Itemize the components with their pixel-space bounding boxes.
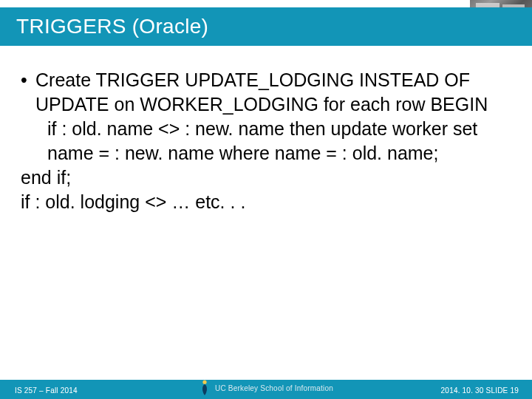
title-bar: TRIGGERS (Oracle) bbox=[0, 7, 532, 46]
ischool-logo-icon bbox=[199, 380, 211, 396]
body-line-1: Create TRIGGER UPDATE_LODGING INSTEAD OF… bbox=[35, 69, 488, 115]
body-line-4: if : old. lodging <> … etc. . . bbox=[21, 191, 245, 212]
bullet-item: • Create TRIGGER UPDATE_LODGING INSTEAD … bbox=[21, 68, 508, 117]
footer-logo-text: UC Berkeley School of Information bbox=[215, 384, 333, 392]
footer-logo: UC Berkeley School of Information bbox=[188, 378, 344, 398]
body-line-3: end if; bbox=[21, 167, 71, 188]
slide-body: • Create TRIGGER UPDATE_LODGING INSTEAD … bbox=[21, 68, 508, 214]
svg-point-0 bbox=[202, 381, 206, 384]
slide: TRIGGERS (Oracle) • Create TRIGGER UPDAT… bbox=[0, 0, 532, 399]
footer-left-text: IS 257 – Fall 2014 bbox=[15, 386, 78, 395]
bullet-dot: • bbox=[21, 68, 35, 117]
slide-title: TRIGGERS (Oracle) bbox=[16, 15, 208, 38]
body-line-2: if : old. name <> : new. name then updat… bbox=[47, 118, 477, 163]
footer-right-text: 2014. 10. 30 SLIDE 19 bbox=[441, 386, 519, 395]
footer-bar: IS 257 – Fall 2014 UC Berkeley School of… bbox=[0, 380, 532, 399]
